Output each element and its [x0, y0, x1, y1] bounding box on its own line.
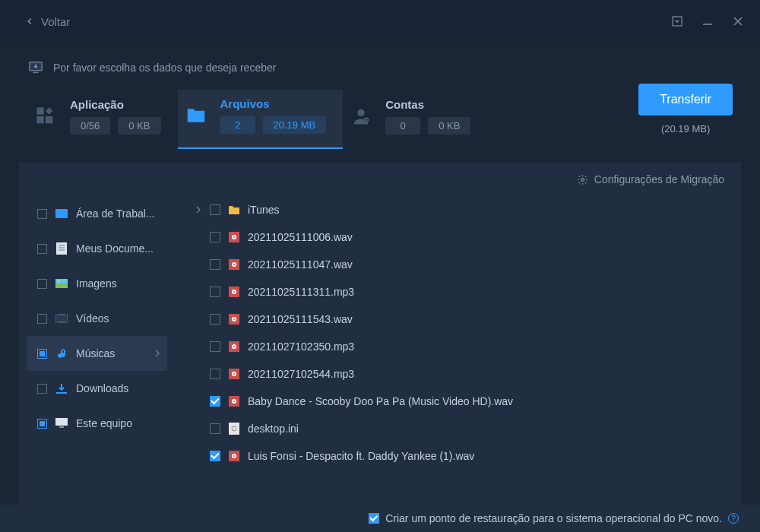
- checkbox[interactable]: [210, 204, 220, 215]
- dropdown-button[interactable]: [670, 14, 684, 28]
- tab-files[interactable]: Arquivos 2 20.19 MB: [178, 90, 344, 149]
- audio-icon: [228, 450, 240, 462]
- checkbox[interactable]: [37, 349, 47, 359]
- minimize-button[interactable]: [701, 14, 714, 28]
- window-controls: [670, 14, 745, 28]
- help-icon[interactable]: ?: [728, 513, 739, 524]
- svg-rect-6: [36, 107, 43, 114]
- audio-icon: [228, 231, 240, 243]
- svg-rect-7: [46, 116, 52, 123]
- file-row[interactable]: desktop.ini: [175, 415, 736, 442]
- file-row[interactable]: Luis Fonsi - Despacito ft. Daddy Yankee …: [175, 442, 736, 470]
- svg-point-9: [357, 109, 364, 116]
- file-row[interactable]: 20211025111543.wav: [175, 306, 736, 333]
- folder-icon: [182, 102, 210, 129]
- user-icon: [347, 103, 375, 130]
- tab-stat: 0 KB: [428, 117, 470, 135]
- svg-point-53: [233, 455, 235, 457]
- file-name: 20211027102544.mp3: [248, 368, 726, 380]
- checkbox[interactable]: [210, 314, 220, 325]
- instruction-row: Por favor escolha os dados que deseja re…: [0, 43, 760, 90]
- sidebar-item-downloads[interactable]: Downloads: [27, 371, 167, 406]
- file-row[interactable]: 20211027102544.mp3: [175, 360, 736, 388]
- checkbox[interactable]: [210, 287, 220, 297]
- svg-rect-19: [55, 283, 68, 288]
- panel-top: Configurações de Migração: [19, 163, 741, 196]
- file-name: 20211025111006.wav: [248, 231, 726, 243]
- chevron-right-icon: [155, 350, 160, 357]
- checkbox[interactable]: [37, 279, 47, 289]
- restore-point-checkbox[interactable]: [369, 513, 379, 524]
- apps-icon: [32, 103, 59, 130]
- footer-text: Criar um ponto de restauração para o sis…: [385, 512, 722, 524]
- checkbox[interactable]: [37, 314, 47, 324]
- tab-title: Contas: [385, 98, 470, 111]
- file-row[interactable]: iTunes: [175, 196, 736, 223]
- sidebar-item-this-pc[interactable]: Este equipo: [27, 406, 167, 441]
- music-icon: [55, 347, 68, 360]
- checkbox[interactable]: [37, 209, 47, 219]
- sidebar-item-documents[interactable]: Meus Docume...: [27, 231, 167, 266]
- checkbox[interactable]: [210, 396, 220, 407]
- svg-rect-13: [55, 209, 68, 218]
- sidebar: Área de Trabal... Meus Docume... Imagens…: [19, 196, 175, 512]
- back-button[interactable]: Voltar: [24, 15, 70, 28]
- svg-point-48: [233, 401, 235, 402]
- minimize-icon: [702, 16, 713, 27]
- document-icon: [55, 242, 68, 255]
- file-name: 20211025111311.mp3: [248, 286, 726, 298]
- close-icon: [733, 16, 743, 27]
- file-row[interactable]: Baby Dance - Scooby Doo Pa Pa (Music Vid…: [175, 388, 736, 415]
- gear-icon: [577, 174, 588, 185]
- ini-icon: [228, 423, 240, 435]
- tab-accounts[interactable]: Contas 0 0 KB: [343, 90, 487, 149]
- sidebar-item-images[interactable]: Imagens: [27, 266, 167, 301]
- sidebar-item-label: Área de Trabal...: [76, 207, 160, 220]
- desktop-icon: [55, 207, 68, 220]
- file-name: 20211025111047.wav: [248, 258, 726, 271]
- svg-point-42: [233, 346, 235, 347]
- checkbox[interactable]: [210, 423, 220, 434]
- svg-rect-26: [55, 418, 68, 426]
- svg-point-33: [233, 264, 235, 265]
- tab-title: Arquivos: [220, 97, 327, 110]
- video-icon: [55, 312, 68, 325]
- sidebar-item-music[interactable]: Músicas: [27, 336, 167, 371]
- file-row[interactable]: 20211025111311.mp3: [175, 278, 736, 306]
- transfer-button[interactable]: Transferir: [638, 84, 733, 116]
- tab-application[interactable]: Aplicação 0/56 0 KB: [27, 90, 178, 149]
- expand-icon[interactable]: [196, 206, 202, 214]
- file-name: desktop.ini: [248, 423, 726, 435]
- file-row[interactable]: 20211027102350.mp3: [175, 333, 736, 360]
- content-panel: Configurações de Migração Área de Trabal…: [19, 163, 741, 512]
- svg-rect-8: [36, 116, 43, 123]
- transfer-size: (20.19 MB): [638, 123, 733, 135]
- sidebar-item-videos[interactable]: Vídeos: [27, 301, 167, 336]
- close-button[interactable]: [731, 14, 745, 28]
- file-name: 20211025111543.wav: [248, 313, 726, 325]
- audio-icon: [228, 258, 240, 271]
- audio-icon: [228, 340, 240, 353]
- tab-stat: 0: [385, 117, 420, 135]
- file-name: Luis Fonsi - Despacito ft. Daddy Yankee …: [248, 450, 726, 462]
- checkbox[interactable]: [37, 244, 47, 254]
- checkbox[interactable]: [210, 259, 220, 270]
- audio-icon: [228, 286, 240, 298]
- migration-settings-link[interactable]: Configurações de Migração: [577, 173, 724, 185]
- file-list[interactable]: iTunes20211025111006.wav20211025111047.w…: [175, 196, 741, 512]
- svg-rect-49: [229, 423, 239, 435]
- checkbox[interactable]: [37, 419, 47, 429]
- sidebar-item-desktop[interactable]: Área de Trabal...: [27, 196, 167, 231]
- checkbox[interactable]: [210, 451, 220, 461]
- titlebar: Voltar: [0, 0, 760, 43]
- file-row[interactable]: 20211025111006.wav: [175, 223, 736, 251]
- svg-rect-24: [66, 314, 68, 323]
- sidebar-item-label: Downloads: [76, 382, 160, 394]
- tab-stat: 2: [220, 116, 255, 134]
- checkbox[interactable]: [210, 369, 220, 379]
- checkbox[interactable]: [210, 232, 220, 242]
- file-row[interactable]: 20211025111047.wav: [175, 251, 736, 278]
- audio-icon: [228, 313, 240, 325]
- checkbox[interactable]: [37, 384, 47, 394]
- checkbox[interactable]: [210, 341, 220, 352]
